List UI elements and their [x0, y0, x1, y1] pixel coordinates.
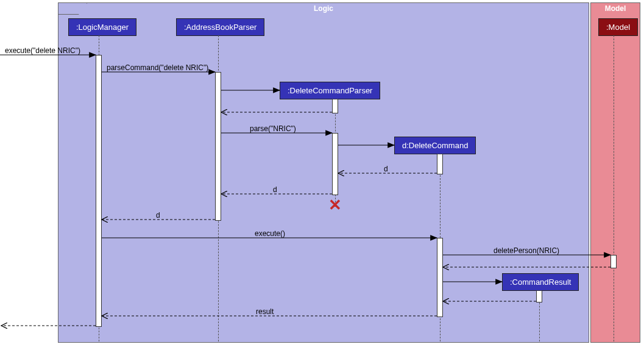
participant-deletecommandparser: :DeleteCommandParser [280, 82, 380, 99]
participant-model: :Model [598, 18, 638, 36]
participant-commandresult: :CommandResult [502, 273, 579, 291]
activation-addressbookparser [215, 72, 221, 221]
msg-parsecommand: parseCommand("delete NRIC") [107, 63, 208, 72]
activation-model [610, 255, 617, 268]
msg-execute-in: execute("delete NRIC") [5, 46, 80, 55]
activation-dc-create [437, 154, 443, 174]
participant-deletecommand: d:DeleteCommand [394, 137, 476, 154]
msg-return-d2: d [273, 185, 277, 194]
frame-logic-title: Logic [314, 4, 333, 13]
msg-parse: parse("NRIC") [250, 124, 296, 133]
lifeline-model [614, 35, 614, 342]
frame-model-title: Model [605, 4, 626, 13]
activation-dcp-parse [332, 133, 338, 195]
msg-return-d1: d [384, 165, 388, 173]
frame-logic-label: X [58, 3, 87, 15]
activation-dc-execute [437, 238, 443, 317]
msg-result: result [256, 307, 274, 316]
participant-addressbookparser: :AddressBookParser [176, 18, 264, 36]
msg-execute: execute() [255, 229, 285, 238]
activation-commandresult [536, 290, 542, 302]
frame-model: Model [590, 2, 640, 343]
activation-dcp-create [332, 99, 338, 113]
msg-deleteperson: deletePerson(NRIC) [494, 246, 559, 255]
participant-logicmanager: :LogicManager [68, 18, 136, 36]
msg-return-d3: d [156, 211, 160, 220]
destroy-icon: ✕ [328, 196, 342, 215]
frame-logic: X Logic [58, 2, 589, 343]
activation-logicmanager [96, 55, 102, 327]
